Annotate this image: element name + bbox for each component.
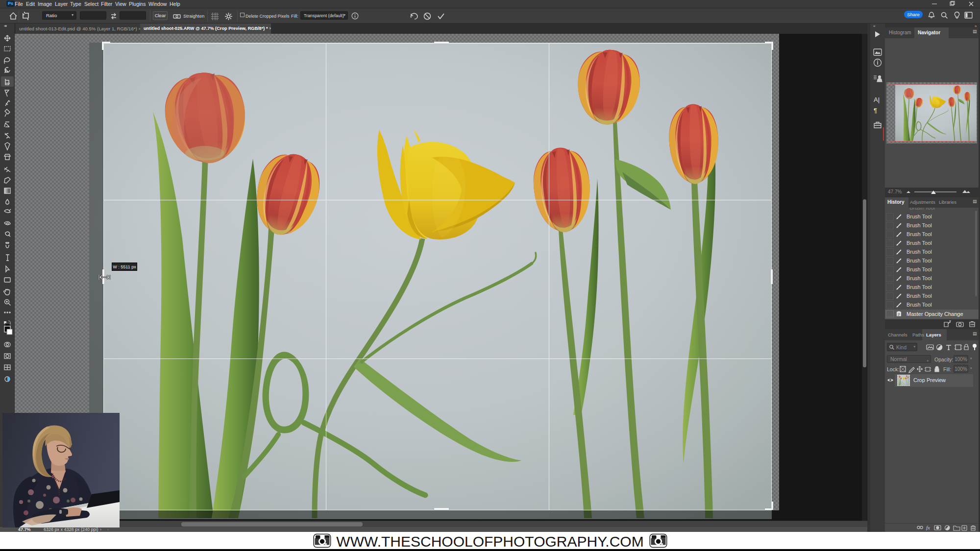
svg-text:fx: fx xyxy=(926,525,930,530)
svg-text:A|: A| xyxy=(874,96,880,103)
svg-text:¶: ¶ xyxy=(874,107,877,114)
